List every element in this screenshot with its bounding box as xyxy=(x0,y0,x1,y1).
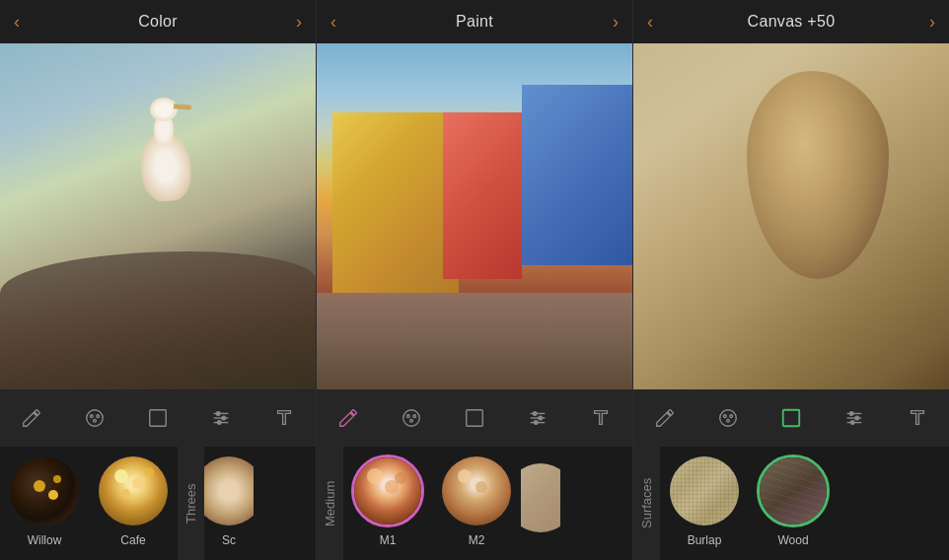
paint-toolbar xyxy=(317,389,632,447)
filter-burlap-label: Burlap xyxy=(688,533,722,547)
paint-panel: ‹ Paint › xyxy=(317,0,633,447)
paint-palette-tool[interactable] xyxy=(391,399,432,437)
svg-point-32 xyxy=(850,421,854,425)
color-panel-title: Color xyxy=(138,13,178,31)
paint-next-arrow[interactable]: › xyxy=(613,12,619,33)
building-3 xyxy=(522,85,632,265)
canvas-panel-image xyxy=(633,43,949,389)
canvas-prev-arrow[interactable]: ‹ xyxy=(647,12,653,33)
filter-wood-label: Wood xyxy=(777,533,808,547)
svg-point-24 xyxy=(730,415,733,418)
canvas-next-arrow[interactable]: › xyxy=(929,12,935,33)
paint-panel-image xyxy=(317,43,632,389)
paint-canvas-tool[interactable] xyxy=(454,399,495,437)
canvas-brush-tool[interactable] xyxy=(644,399,686,437)
filter-m2-thumb xyxy=(440,455,513,527)
filter-sc[interactable]: Sc xyxy=(204,455,254,553)
svg-point-0 xyxy=(87,410,104,427)
color-prev-arrow[interactable]: ‹ xyxy=(14,12,20,33)
canvas-panel: ‹ Canvas +50 › xyxy=(633,0,949,447)
svg-rect-26 xyxy=(783,410,800,427)
canvas-text-tool[interactable] xyxy=(897,399,938,437)
filter-cafe[interactable]: Cafe xyxy=(89,455,178,553)
wood-bg xyxy=(760,457,827,525)
svg-point-10 xyxy=(217,421,221,425)
m1-bg xyxy=(354,457,421,525)
svg-point-2 xyxy=(97,415,100,418)
threes-label: Threes xyxy=(178,447,204,560)
filter-partial-thumb xyxy=(521,461,560,534)
paint-brush-tool[interactable] xyxy=(328,399,369,437)
color-panel-image xyxy=(0,43,316,389)
color-text-tool[interactable] xyxy=(263,399,305,437)
svg-point-12 xyxy=(406,415,409,418)
svg-point-8 xyxy=(216,412,220,416)
filter-burlap[interactable]: Burlap xyxy=(660,455,749,553)
filter-m1[interactable]: M1 xyxy=(343,455,432,553)
color-next-arrow[interactable]: › xyxy=(296,12,302,33)
building-1 xyxy=(332,112,459,307)
canvas-bg xyxy=(633,43,949,389)
color-panel: ‹ Color › xyxy=(0,0,317,447)
surfaces-label: Surfaces xyxy=(633,447,660,560)
svg-point-3 xyxy=(94,419,97,422)
filter-cafe-label: Cafe xyxy=(120,533,145,547)
filter-willow-thumb xyxy=(8,455,81,527)
building-2 xyxy=(443,112,522,278)
svg-point-25 xyxy=(727,419,730,422)
svg-point-14 xyxy=(410,419,413,422)
svg-point-23 xyxy=(723,415,726,418)
filter-wood[interactable]: Wood xyxy=(749,455,838,553)
svg-point-11 xyxy=(403,410,420,427)
paint-panel-header: ‹ Paint › xyxy=(317,0,632,43)
sc-bg xyxy=(204,456,254,525)
street-buildings xyxy=(317,112,632,389)
canvas-filters-section: Surfaces Burlap Wood xyxy=(633,447,949,560)
filter-burlap-thumb xyxy=(668,455,741,527)
svg-point-13 xyxy=(413,415,416,418)
face-oval xyxy=(747,71,889,279)
svg-point-30 xyxy=(849,412,853,416)
color-bg xyxy=(0,43,316,389)
svg-point-9 xyxy=(222,416,226,420)
color-sliders-tool[interactable] xyxy=(200,399,242,437)
medium-label: Medium xyxy=(317,447,343,560)
color-palette-tool[interactable] xyxy=(74,399,115,437)
canvas-palette-tool[interactable] xyxy=(707,399,749,437)
svg-rect-15 xyxy=(467,410,483,427)
paint-text-tool[interactable] xyxy=(580,399,621,437)
bird-head xyxy=(150,98,178,121)
canvas-panel-title: Canvas +50 xyxy=(748,13,836,31)
portrait-face xyxy=(728,71,917,348)
color-panel-header: ‹ Color › xyxy=(0,0,316,43)
filter-willow[interactable]: Willow xyxy=(0,455,89,553)
svg-point-21 xyxy=(534,421,538,425)
filter-m2[interactable]: M2 xyxy=(432,455,521,553)
paint-prev-arrow[interactable]: ‹ xyxy=(330,12,336,33)
filter-partial-paint[interactable] xyxy=(521,461,560,546)
filter-cafe-thumb xyxy=(97,455,170,527)
canvas-sliders-tool[interactable] xyxy=(834,399,875,437)
svg-point-20 xyxy=(539,416,543,420)
bottom-strip: Willow Cafe Threes Sc xyxy=(0,447,949,560)
filter-sc-label: Sc xyxy=(222,533,236,547)
canvas-panel-header: ‹ Canvas +50 › xyxy=(633,0,949,43)
paint-filters-section: Medium M1 xyxy=(317,447,632,560)
color-brush-tool[interactable] xyxy=(11,399,52,437)
color-toolbar xyxy=(0,389,316,447)
filter-wood-thumb xyxy=(757,455,830,527)
filter-sc-thumb xyxy=(204,455,254,527)
color-canvas-tool[interactable] xyxy=(137,399,179,437)
paint-bg xyxy=(317,43,632,389)
street-floor xyxy=(317,293,632,389)
burlap-bg xyxy=(670,456,739,525)
paint-sliders-tool[interactable] xyxy=(517,399,558,437)
canvas-canvas-tool-active[interactable] xyxy=(770,399,812,437)
svg-rect-4 xyxy=(150,410,167,427)
canvas-toolbar xyxy=(633,389,949,447)
color-filters-section: Willow Cafe Threes Sc xyxy=(0,447,316,560)
willow-bg xyxy=(10,456,79,525)
cafe-bg xyxy=(99,456,168,525)
paint-panel-title: Paint xyxy=(456,13,493,31)
filter-m1-thumb xyxy=(351,455,424,527)
